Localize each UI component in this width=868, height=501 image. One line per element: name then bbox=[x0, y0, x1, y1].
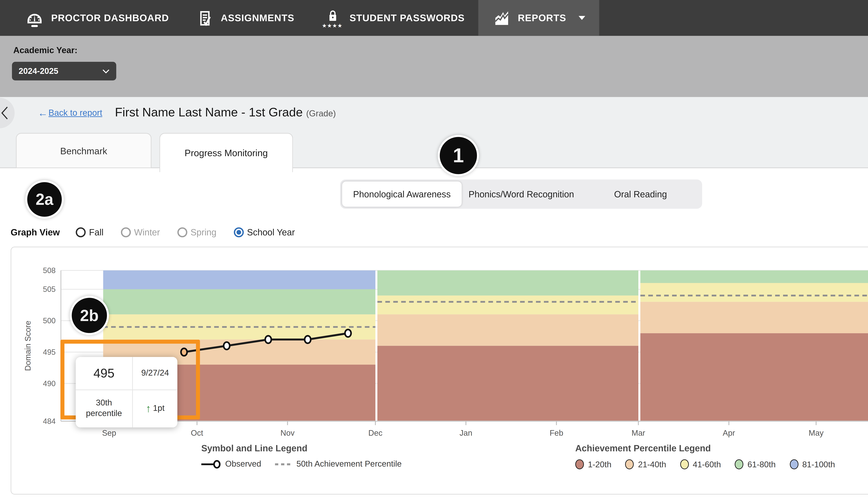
lock-icon: ★★★★ bbox=[322, 9, 343, 27]
percentile-legend-label: 81-100th bbox=[802, 460, 835, 469]
svg-text:Mar: Mar bbox=[631, 428, 645, 437]
nav-item-proctor-dashboard[interactable]: PROCTOR DASHBOARD bbox=[11, 0, 183, 36]
subtab-phonics-word-recognition[interactable]: Phonics/Word Recognition bbox=[462, 182, 581, 207]
data-point-tooltip: 495 9/27/24 30th percentile ↑1pt bbox=[76, 357, 177, 427]
percentile-legend-item: 81-100th bbox=[790, 459, 835, 469]
app-root: PROCTOR DASHBOARD ASSIGNMENTS bbox=[0, 0, 868, 501]
annotation-badge-2b: 2b bbox=[70, 296, 109, 335]
percentile-legend-item: 41-60th bbox=[680, 459, 721, 469]
radio-circle bbox=[177, 227, 187, 237]
legend-item-50th-percentile: 50th Achievement Percentile bbox=[275, 459, 402, 469]
achievement-percentile-legend: Achievement Percentile Legend 1-20th21-4… bbox=[575, 443, 835, 469]
nav-label: REPORTS bbox=[518, 13, 566, 23]
svg-text:Jan: Jan bbox=[460, 428, 472, 437]
svg-text:495: 495 bbox=[43, 348, 56, 356]
graph-view-row: Graph View Fall Winter Spring School Yea… bbox=[11, 223, 312, 241]
percentile-legend-item: 61-80th bbox=[735, 459, 776, 469]
radio-label: Winter bbox=[134, 227, 160, 237]
legend-item-observed: Observed bbox=[201, 459, 261, 469]
student-name-title: First Name Last Name - 1st Grade bbox=[115, 105, 303, 119]
nav-label: ASSIGNMENTS bbox=[221, 13, 294, 23]
radio-label: Fall bbox=[89, 227, 103, 237]
radio-winter[interactable]: Winter bbox=[121, 227, 160, 237]
gauge-icon bbox=[25, 8, 45, 28]
svg-text:May: May bbox=[809, 428, 824, 437]
radio-school-year[interactable]: School Year bbox=[234, 227, 295, 237]
subtab-oral-reading[interactable]: Oral Reading bbox=[581, 182, 700, 207]
radio-spring[interactable]: Spring bbox=[177, 227, 217, 237]
page-title: First Name Last Name - 1st Grade (Grade) bbox=[115, 105, 336, 120]
grade-suffix: (Grade) bbox=[306, 108, 336, 118]
tooltip-change-value: 1pt bbox=[153, 404, 165, 414]
nav-item-reports[interactable]: REPORTS bbox=[479, 0, 600, 36]
tooltip-score: 495 bbox=[76, 357, 133, 390]
percentile-legend-label: 41-60th bbox=[693, 460, 721, 469]
trend-up-icon: ↑ bbox=[146, 402, 151, 416]
percentile-color-swatch bbox=[735, 459, 744, 469]
chevron-down-icon bbox=[102, 69, 110, 74]
radio-label: School Year bbox=[247, 227, 295, 237]
percentile-color-swatch bbox=[680, 459, 689, 469]
nav-label: PROCTOR DASHBOARD bbox=[51, 13, 169, 23]
chart-card: 508505500495490484SepOctNovDecJanFebMarA… bbox=[11, 247, 868, 494]
symbol-line-legend: Symbol and Line Legend Observed 50th Ach… bbox=[201, 443, 402, 469]
area-chart-icon bbox=[493, 9, 511, 27]
percentile-legend-title: Achievement Percentile Legend bbox=[575, 443, 835, 453]
line-circle-icon bbox=[201, 460, 221, 468]
tooltip-change: ↑1pt bbox=[133, 390, 177, 427]
tab-benchmark[interactable]: Benchmark bbox=[16, 133, 152, 168]
graph-view-label: Graph View bbox=[11, 227, 60, 237]
svg-text:508: 508 bbox=[43, 266, 56, 275]
radio-circle bbox=[121, 227, 131, 237]
tooltip-date: 9/27/24 bbox=[133, 357, 177, 390]
svg-text:484: 484 bbox=[43, 417, 56, 425]
password-stars: ★★★★ bbox=[322, 24, 343, 27]
radio-circle bbox=[76, 227, 86, 237]
percentile-color-swatch bbox=[625, 459, 634, 469]
radio-fall[interactable]: Fall bbox=[76, 227, 103, 237]
nav-label: STUDENT PASSWORDS bbox=[350, 13, 464, 23]
percentile-legend-label: 1-20th bbox=[588, 460, 612, 469]
academic-year-label: Academic Year: bbox=[13, 45, 78, 55]
svg-text:505: 505 bbox=[43, 285, 56, 294]
percentile-legend-label: 61-80th bbox=[748, 460, 776, 469]
svg-text:Dec: Dec bbox=[369, 428, 383, 437]
nav-item-student-passwords[interactable]: ★★★★ STUDENT PASSWORDS bbox=[308, 0, 479, 36]
nav-item-assignments[interactable]: ASSIGNMENTS bbox=[183, 0, 308, 36]
subtab-phonological-awareness[interactable]: Phonological Awareness bbox=[342, 182, 462, 207]
svg-text:Apr: Apr bbox=[723, 428, 735, 437]
tooltip-percentile: 30th percentile bbox=[76, 390, 133, 427]
svg-text:Oct: Oct bbox=[191, 428, 203, 437]
dashed-line-icon bbox=[275, 463, 292, 465]
percentile-color-swatch bbox=[790, 459, 798, 469]
percentile-legend-item: 21-40th bbox=[625, 459, 666, 469]
chevron-left-icon bbox=[1, 106, 9, 120]
chevron-down-icon bbox=[579, 16, 585, 23]
academic-year-value: 2024-2025 bbox=[19, 66, 58, 76]
academic-year-select[interactable]: 2024-2025 bbox=[12, 62, 116, 81]
symbol-legend-title: Symbol and Line Legend bbox=[201, 443, 402, 453]
radio-label: Spring bbox=[190, 227, 216, 237]
svg-text:Sep: Sep bbox=[102, 428, 116, 437]
domain-subtabs: Phonological Awareness Phonics/Word Reco… bbox=[340, 180, 702, 209]
toolbar: Academic Year: 2024-2025 Print bbox=[0, 36, 868, 97]
annotation-badge-2a: 2a bbox=[25, 180, 64, 219]
clipboard-check-icon bbox=[197, 9, 214, 27]
percentile-legend-item: 1-20th bbox=[575, 459, 612, 469]
tab-progress-monitoring[interactable]: Progress Monitoring bbox=[160, 133, 293, 172]
percentile-legend-label: 21-40th bbox=[638, 460, 666, 469]
svg-text:500: 500 bbox=[43, 316, 56, 325]
svg-text:Domain Score: Domain Score bbox=[23, 321, 32, 371]
annotation-badge-1: 1 bbox=[438, 135, 479, 176]
radio-circle-checked bbox=[234, 227, 244, 237]
back-arrow-icon: ← bbox=[38, 108, 48, 117]
back-to-report-link[interactable]: ←Back to report bbox=[38, 108, 102, 118]
svg-text:Nov: Nov bbox=[281, 428, 295, 437]
percentile-color-swatch bbox=[575, 459, 584, 469]
svg-text:490: 490 bbox=[43, 379, 56, 388]
svg-text:Feb: Feb bbox=[550, 428, 563, 437]
top-nav: PROCTOR DASHBOARD ASSIGNMENTS bbox=[0, 0, 868, 36]
back-to-report-label: Back to report bbox=[48, 108, 102, 118]
